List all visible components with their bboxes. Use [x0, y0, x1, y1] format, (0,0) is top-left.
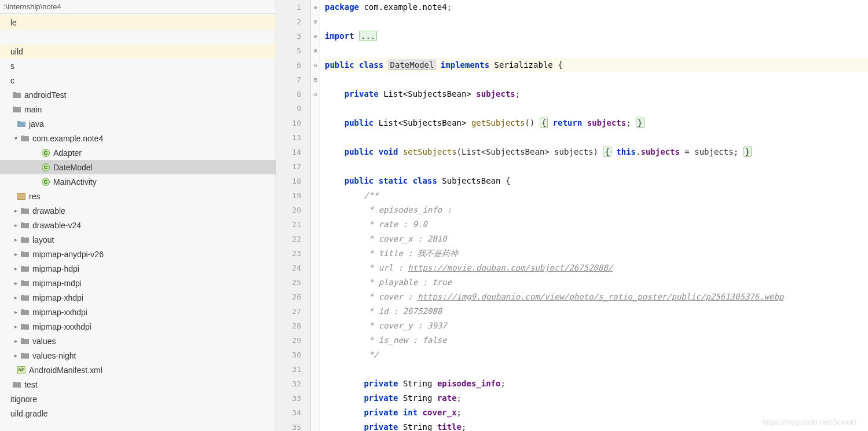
fold-marker[interactable]: ⊟ — [311, 72, 320, 87]
line-number: 17 — [276, 159, 301, 174]
expand-arrow-icon[interactable]: ▸ — [12, 294, 20, 301]
tree-item-blank[interactable] — [0, 30, 276, 44]
tree-item-androidmanifest-xml[interactable]: MFAndroidManifest.xml — [0, 363, 276, 377]
code-line[interactable]: * url : https://movie.douban.com/subject… — [325, 261, 868, 275]
tree-item-mipmap-mdpi[interactable]: ▸mipmap-mdpi — [0, 276, 276, 290]
tree-item-androidtest[interactable]: androidTest — [0, 87, 276, 102]
expand-arrow-icon[interactable]: ▸ — [12, 338, 20, 344]
tree-item-le[interactable]: le — [0, 15, 276, 30]
line-number: 9 — [276, 101, 301, 116]
code-line[interactable] — [325, 130, 868, 145]
code-line[interactable]: package com.example.note4; — [325, 0, 868, 14]
tree-item-com-example-note4[interactable]: ▾com.example.note4 — [0, 131, 276, 145]
tree-item-label: mipmap-anydpi-v26 — [32, 250, 104, 259]
fold-gutter[interactable]: ⊕⊖⊕⊕⊖⊟⊡ — [311, 0, 320, 431]
class-icon: C — [41, 162, 51, 173]
tree-item-datemodel[interactable]: CDateModel — [0, 160, 276, 174]
tree-item-uild[interactable]: uild — [0, 44, 276, 59]
tree-item-mipmap-xxhdpi[interactable]: ▸mipmap-xxhdpi — [0, 305, 276, 319]
code-line[interactable] — [325, 159, 868, 174]
tree-item-main[interactable]: main — [0, 102, 276, 116]
code-line[interactable]: */ — [325, 348, 868, 362]
code-line[interactable]: * episodes_info : — [325, 203, 868, 217]
tree-item-uild-gradle[interactable]: uild.gradle — [0, 406, 276, 421]
fold-marker[interactable]: ⊖ — [311, 58, 320, 72]
expand-arrow-icon[interactable]: ▸ — [12, 265, 20, 272]
code-line[interactable]: * cover : https://img9.doubanio.com/view… — [325, 290, 868, 304]
code-line[interactable]: /** — [325, 188, 868, 203]
expand-arrow-icon[interactable]: ▾ — [12, 135, 20, 141]
tree-item-layout[interactable]: ▸layout — [0, 232, 276, 247]
expand-arrow-icon[interactable]: ▸ — [12, 251, 20, 257]
code-line[interactable]: import ... — [325, 29, 868, 43]
tree-item-label: itignore — [10, 395, 37, 404]
line-number: 8 — [276, 87, 301, 101]
line-number-gutter: 1235678910131417181920212223242526272829… — [276, 0, 311, 431]
code-line[interactable] — [325, 72, 868, 87]
code-line[interactable]: private String rate; — [325, 391, 868, 406]
code-line[interactable]: * playable : true — [325, 275, 868, 290]
tree-item-mipmap-xxxhdpi[interactable]: ▸mipmap-xxxhdpi — [0, 319, 276, 334]
code-line[interactable]: * title : 我不是药神 — [325, 246, 868, 261]
tree-item-drawable[interactable]: ▸drawable — [0, 203, 276, 218]
code-line[interactable]: private String title; — [325, 420, 868, 431]
tree-item-test[interactable]: test — [0, 377, 276, 392]
tree-item-c[interactable]: c — [0, 73, 276, 87]
code-line[interactable]: public static class SubjectsBean { — [325, 174, 868, 188]
code-line[interactable]: private int cover_x; — [325, 406, 868, 420]
tree-item-mipmap-anydpi-v26[interactable]: ▸mipmap-anydpi-v26 — [0, 247, 276, 261]
expand-arrow-icon[interactable]: ▸ — [12, 236, 20, 243]
tree-item-mainactivity[interactable]: CMainActivity — [0, 174, 276, 189]
code-line[interactable] — [325, 43, 868, 58]
code-line[interactable] — [325, 101, 868, 116]
project-tree[interactable]: leuildscandroidTestmainjava▾com.example.… — [0, 14, 276, 421]
tree-item-s[interactable]: s — [0, 59, 276, 73]
code-line[interactable]: * is_new : false — [325, 333, 868, 348]
fold-marker[interactable]: ⊕ — [311, 29, 320, 43]
code-line[interactable]: public List<SubjectsBean> getSubjects() … — [325, 116, 868, 130]
code-area[interactable]: package com.example.note4;import ...publ… — [320, 0, 868, 431]
code-line[interactable]: * cover_y : 3937 — [325, 319, 868, 333]
code-editor[interactable]: 1235678910131417181920212223242526272829… — [276, 0, 868, 431]
tree-item-mipmap-hdpi[interactable]: ▸mipmap-hdpi — [0, 261, 276, 276]
expand-arrow-icon[interactable]: ▸ — [12, 352, 20, 359]
expand-arrow-icon[interactable]: ▸ — [12, 207, 20, 214]
tree-item-values[interactable]: ▸values — [0, 334, 276, 348]
tree-item-itignore[interactable]: itignore — [0, 392, 276, 406]
tree-item-label: mipmap-mdpi — [32, 279, 82, 288]
tree-item-java[interactable]: java — [0, 116, 276, 131]
tree-item-label: layout — [32, 235, 54, 244]
expand-arrow-icon[interactable]: ▸ — [12, 222, 20, 228]
tree-item-label: DateModel — [53, 163, 93, 172]
code-line[interactable] — [325, 362, 868, 377]
tree-item-label: androidTest — [24, 90, 66, 100]
code-line[interactable]: public class DateModel implements Serial… — [325, 58, 868, 72]
code-line[interactable]: * rate : 9.0 — [325, 217, 868, 232]
line-number: 25 — [276, 275, 301, 290]
expand-arrow-icon[interactable]: ▸ — [12, 309, 20, 315]
fold-marker[interactable]: ⊖ — [311, 14, 320, 29]
expand-arrow-icon[interactable]: ▸ — [12, 323, 20, 330]
code-line[interactable]: * id : 26752088 — [325, 304, 868, 319]
line-number: 18 — [276, 174, 301, 188]
code-line[interactable]: public void setSubjects(List<SubjectsBea… — [325, 145, 868, 159]
tree-item-values-night[interactable]: ▸values-night — [0, 348, 276, 363]
expand-arrow-icon[interactable]: ▸ — [12, 280, 20, 286]
code-line[interactable]: * cover_x : 2810 — [325, 232, 868, 246]
code-line[interactable]: private String episodes_info; — [325, 377, 868, 391]
fold-marker[interactable]: ⊕ — [311, 43, 320, 58]
res-folder-icon — [16, 191, 27, 202]
tree-item-adapter[interactable]: CAdapter — [0, 145, 276, 160]
fold-marker[interactable]: ⊕ — [311, 0, 320, 14]
code-line[interactable] — [325, 14, 868, 29]
line-number: 30 — [276, 348, 301, 362]
tree-item-label: s — [10, 61, 14, 71]
project-sidebar[interactable]: :\internship\note4 leuildscandroidTestma… — [0, 0, 276, 431]
fold-marker[interactable]: ⊡ — [311, 87, 320, 101]
tree-item-drawable-v24[interactable]: ▸drawable-v24 — [0, 218, 276, 232]
tree-item-res[interactable]: res — [0, 189, 276, 203]
folder-icon — [12, 104, 22, 115]
tree-item-mipmap-xhdpi[interactable]: ▸mipmap-xhdpi — [0, 290, 276, 305]
code-line[interactable]: private List<SubjectsBean> subjects; — [325, 87, 868, 101]
tree-item-label: uild — [10, 47, 23, 56]
